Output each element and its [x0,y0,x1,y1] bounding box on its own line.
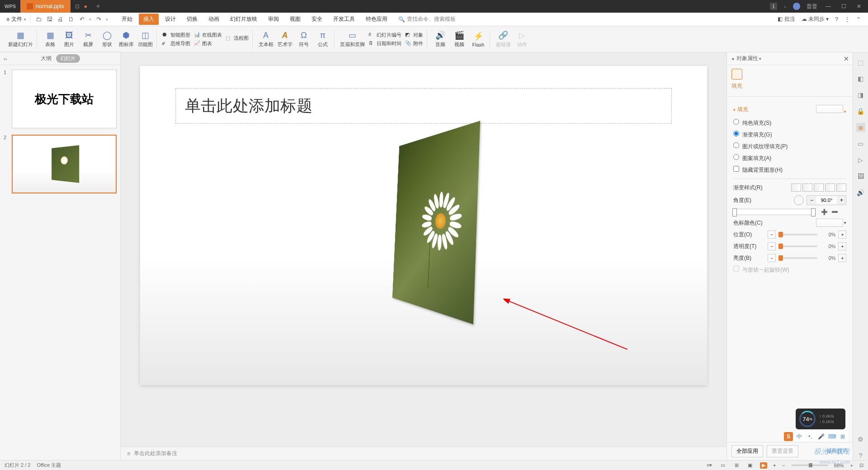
ime-punct-icon[interactable]: •, [806,432,815,441]
angle-input[interactable] [816,197,837,203]
position-slider[interactable] [778,234,817,235]
gradient-fill-radio[interactable]: 渐变填充(G) [733,131,772,139]
notes-view-icon[interactable]: ≡▾ [706,462,713,469]
close-button[interactable]: ✕ [854,3,863,9]
side-icon-6[interactable]: ▭ [856,139,865,148]
save-icon[interactable]: 🖫 [46,16,53,23]
sync-button[interactable]: ☁ 未同步 ▾ [802,15,829,23]
angle-minus[interactable]: − [807,196,816,205]
pattern-fill-radio[interactable]: 图案填充(A) [733,154,771,162]
grad-style-1[interactable] [791,183,801,192]
grad-stop-1[interactable] [732,208,737,216]
undo-dropdown-icon[interactable]: ▾ [89,17,91,22]
more-icon[interactable]: ⋮ [844,16,850,23]
notification-badge[interactable]: 1 [770,3,777,10]
chart-button[interactable]: 📈图表 [194,40,222,47]
new-slide-button[interactable]: ▦新建幻灯片 [8,30,33,48]
attachment-button[interactable]: 📎附件 [405,40,423,47]
command-search[interactable]: 🔍 查找命令、搜索模板 [398,15,456,23]
add-tab-button[interactable]: + [92,2,104,10]
notes-bar[interactable]: ≡ 单击此处添加备注 [121,446,726,460]
apply-all-button[interactable]: 全部应用 [731,445,763,457]
fill-preview-swatch[interactable] [816,105,843,113]
position-plus[interactable]: + [838,230,846,239]
app-menu-icon[interactable]: ⬨ [783,3,787,9]
add-stop-icon[interactable]: ➕ [821,209,828,215]
tab-review[interactable]: 审阅 [264,14,283,25]
collapse-panel-icon[interactable]: ‹‹ [4,56,7,61]
slide-canvas[interactable]: 单击此处添加标题 [140,66,707,385]
print-icon[interactable]: 🖨 [57,16,64,23]
audio-button[interactable]: 🔊音频 [433,30,448,48]
side-icon-4[interactable]: 🔒 [856,107,865,116]
hide-bg-checkbox[interactable]: 隐藏背景图形(H) [733,166,783,174]
ime-lang-icon[interactable]: 中 [795,432,804,441]
remove-stop-icon[interactable]: ➖ [831,209,838,215]
ime-toolbar[interactable]: S 中 •, 🎤 ⌨ ⊞ [783,431,848,442]
inserted-image[interactable] [335,119,525,367]
ime-voice-icon[interactable]: 🎤 [816,432,826,441]
picture-fill-radio[interactable]: 图片或纹理填充(P) [733,142,788,150]
textbox-button[interactable]: A文本框 [258,30,274,48]
brightness-slider[interactable] [778,257,817,259]
flowchart-button[interactable]: ⬚流程图 [226,35,249,42]
slideshow-icon[interactable]: ▶ [760,462,767,469]
side-icon-properties[interactable]: ≣ [856,123,865,132]
tab-developer[interactable]: 开发工具 [329,14,359,25]
file-menu[interactable]: 文件 [11,15,22,23]
grad-style-2[interactable] [802,183,812,192]
gradient-stops-slider[interactable] [733,209,815,215]
zoom-in-icon[interactable]: + [850,463,853,468]
document-tab[interactable]: normal.pptx [20,0,71,13]
angle-dial[interactable] [794,195,804,205]
mindmap-button[interactable]: ⸙思维导图 [162,40,190,47]
grad-stop-2[interactable] [811,208,816,216]
fill-tab[interactable]: 填充 [731,80,742,90]
onlinechart-button[interactable]: 📊在线图表 [194,32,222,38]
minimize-button[interactable]: — [824,3,833,9]
fit-window-icon[interactable]: ⊡ [859,462,863,468]
file-dropdown-icon[interactable]: ▾ [24,17,26,22]
reading-view-icon[interactable]: ▣ [746,462,754,469]
zoom-out-icon[interactable]: − [782,463,785,468]
grad-style-3[interactable] [814,183,824,192]
user-avatar-icon[interactable] [793,3,800,10]
screenshot-button[interactable]: ✂截屏 [80,30,96,48]
iconlib-button[interactable]: ⬢图标库 [118,30,134,48]
normal-view-icon[interactable]: ▭ [719,462,726,469]
system-monitor-widget[interactable]: 74% ↑ 0.4K/s ↓ 0.1K/s [796,409,845,429]
tab-view[interactable]: 视图 [285,14,305,25]
ime-skin-icon[interactable]: ⊞ [838,432,847,441]
slide-thumb-2[interactable]: 2 [4,135,117,193]
side-icon-settings[interactable]: ⚙ [856,435,865,444]
zoom-slider[interactable] [792,465,828,466]
tab-start[interactable]: 开始 [117,14,137,25]
fill-tab-icon[interactable] [731,69,742,80]
side-icon-3[interactable]: ◨ [856,90,865,99]
angle-spinner[interactable]: − + [807,195,846,205]
wordart-button[interactable]: A艺术字 [277,30,292,48]
outline-tab[interactable]: 大纲 [41,55,52,62]
grad-style-4[interactable] [825,183,835,192]
formula-button[interactable]: π公式 [315,30,330,48]
qat-customize-icon[interactable]: ▾ [106,17,108,22]
brightness-plus[interactable]: + [838,254,846,262]
redo-icon[interactable]: ↷ [95,16,102,23]
tab-security[interactable]: 安全 [307,14,327,25]
tab-design[interactable]: 设计 [160,14,180,25]
tab-slideshow[interactable]: 幻灯片放映 [226,14,262,25]
object-button[interactable]: ◩对象 [405,32,423,38]
slidenumber-button[interactable]: #幻灯片编号 [368,32,401,38]
ime-logo-icon[interactable]: S [784,432,793,441]
transparency-minus[interactable]: − [768,242,776,250]
flash-button[interactable]: ⚡Flash [471,31,486,47]
smartart-button[interactable]: ⬣智能图形 [162,32,190,38]
close-panel-icon[interactable]: ✕ [844,55,849,62]
datetime-button[interactable]: 🗓日期和时间 [368,40,401,47]
maximize-button[interactable]: ☐ [839,3,848,9]
reset-bg-button[interactable]: 重置背景 [767,445,798,457]
collapse-ribbon-icon[interactable]: ⌃ [856,16,861,23]
side-icon-9[interactable]: 🔊 [856,188,865,197]
undo-icon[interactable]: ↶ [78,16,85,23]
side-icon-7[interactable]: ▷ [856,155,865,164]
